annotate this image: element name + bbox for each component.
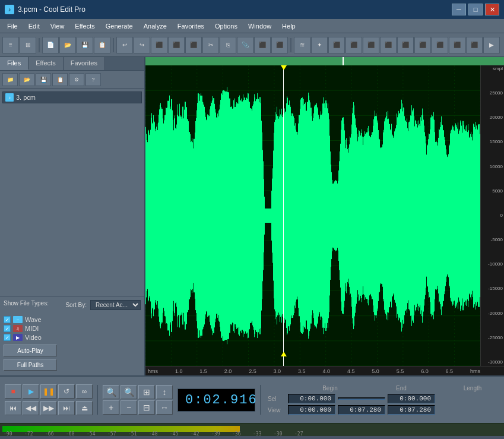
zoom-in-btn[interactable]: 🔍 — [103, 385, 119, 399]
zoom-sel-btn[interactable]: ⊟ — [138, 400, 155, 415]
toolbar-btn11[interactable]: ≋ — [294, 37, 310, 53]
menu-item-view[interactable]: View — [46, 21, 69, 31]
to-end-button[interactable]: ⏭ — [58, 401, 75, 415]
zoom-in2-btn[interactable]: + — [103, 400, 119, 415]
to-start-button[interactable]: ⏮ — [5, 401, 21, 415]
loop-button[interactable]: ∞ — [76, 384, 93, 399]
toolbar-btn17[interactable]: ⬛ — [397, 37, 414, 53]
panel-btn-folder[interactable]: 📁 — [2, 73, 18, 86]
toolbar-btn19[interactable]: ⬛ — [432, 37, 448, 53]
toolbar-btn12[interactable]: ✦ — [311, 37, 328, 53]
waveform-canvas[interactable] — [145, 65, 480, 366]
full-paths-button[interactable]: Full Paths — [4, 359, 57, 371]
time-ruler: hms 1.0 1.5 2.0 2.5 3.0 3.5 4.0 4.5 5.0 … — [145, 366, 504, 375]
sel-row: Sel 0:00.000 0:00.000 — [268, 394, 499, 403]
menu-item-analyze[interactable]: Analyze — [139, 21, 172, 31]
tab-files[interactable]: Files — [0, 57, 28, 70]
play-loop-button[interactable]: ↺ — [58, 384, 75, 399]
ruler-label-60: 6.0 — [421, 368, 429, 374]
eject-button[interactable]: ⏏ — [76, 401, 93, 415]
menu-item-effects[interactable]: Effects — [70, 21, 99, 31]
ruler-label-50: 5.0 — [372, 368, 379, 374]
panel-btn-4[interactable]: 📋 — [52, 73, 68, 86]
maximize-button[interactable]: □ — [468, 4, 483, 15]
zoom-v2-btn[interactable]: ↔ — [156, 400, 173, 415]
zoom-row-1: 🔍 🔍 ⊞ ↕ — [103, 385, 173, 399]
video-icon: ▶ — [13, 334, 23, 341]
toolbar-btn21[interactable]: ⬛ — [466, 37, 483, 53]
toolbar-btn18[interactable]: ⬛ — [414, 37, 431, 53]
tab-favorites[interactable]: Favorites — [64, 57, 105, 70]
minimize-button[interactable]: ─ — [452, 4, 466, 15]
tab-effects[interactable]: Effects — [28, 57, 63, 70]
toolbar-btn5[interactable]: ⬛ — [151, 37, 167, 53]
end-col-header: End — [375, 385, 428, 391]
time-display: 0:02.916 — [177, 389, 255, 412]
panel-btn-settings[interactable]: ⚙ — [69, 73, 84, 86]
panel-btn-help[interactable]: ? — [85, 73, 101, 86]
zoom-out-btn[interactable]: 🔍 — [121, 385, 137, 399]
toolbar-redo[interactable]: ↪ — [134, 37, 150, 53]
toolbar-btn7[interactable]: ⬛ — [185, 37, 202, 53]
toolbar-btn16[interactable]: ⬛ — [380, 37, 397, 53]
zoom-v-btn[interactable]: ↕ — [156, 385, 173, 399]
view-label: View — [268, 407, 286, 413]
zoom-controls: 🔍 🔍 ⊞ ↕ + − ⊟ ↔ — [97, 385, 173, 415]
waveform-area: smpl 25000 20000 15000 10000 5000 0 -500… — [145, 57, 504, 375]
toolbar-btn8[interactable]: ✂ — [202, 37, 219, 53]
toolbar-undo[interactable]: ↩ — [116, 37, 133, 53]
toolbar-open[interactable]: 📂 — [59, 37, 76, 53]
file-type-video: ✓ ▶ Video — [4, 334, 141, 341]
timeline-scroll[interactable] — [145, 57, 504, 65]
menu-item-edit[interactable]: Edit — [24, 21, 45, 31]
toolbar-copy[interactable]: ⎘ — [220, 37, 236, 53]
menu-item-file[interactable]: File — [2, 21, 23, 31]
toolbar-btn13[interactable]: ⬛ — [328, 37, 345, 53]
menu-item-generate[interactable]: Generate — [101, 21, 138, 31]
scale-25000: 25000 — [482, 91, 503, 96]
video-label: Video — [25, 334, 42, 341]
toolbar-save2[interactable]: 📋 — [94, 37, 110, 53]
video-checkbox[interactable]: ✓ — [4, 334, 11, 341]
rewind-button[interactable]: ◀◀ — [23, 401, 39, 415]
sel-label: Sel — [268, 396, 286, 402]
menu-item-options[interactable]: Options — [210, 21, 242, 31]
midi-checkbox[interactable]: ✓ — [4, 325, 11, 332]
forward-button[interactable]: ▶▶ — [40, 401, 57, 415]
play-button[interactable]: ▶ — [23, 384, 39, 399]
toolbar-btn-1[interactable]: ≡ — [2, 37, 19, 53]
sel-end-value — [338, 397, 385, 400]
toolbar-btn9[interactable]: ⬛ — [254, 37, 271, 53]
toolbar-new[interactable]: 📄 — [42, 37, 59, 53]
toolbar-save[interactable]: 💾 — [77, 37, 93, 53]
toolbar-btn20[interactable]: ⬛ — [449, 37, 465, 53]
zoom-fit-btn[interactable]: ⊞ — [138, 385, 155, 399]
scale-n10000: -10000 — [482, 262, 503, 267]
transport-row-1: ■ ▶ ❚❚ ↺ ∞ — [5, 384, 93, 399]
close-button[interactable]: ✕ — [485, 4, 499, 15]
toolbar-btn14[interactable]: ⬛ — [345, 37, 362, 53]
menu-item-help[interactable]: Help — [277, 21, 300, 31]
list-item[interactable]: ♪ 3. pcm — [2, 91, 142, 103]
ruler-label-30: 3.0 — [274, 368, 281, 374]
file-type-midi: ✓ ♫ MIDI — [4, 325, 141, 332]
toolbar-btn10[interactable]: ⬛ — [271, 37, 288, 53]
sort-select[interactable]: Recent Ac... — [90, 300, 141, 310]
view-length-value: 0:07.280 — [388, 405, 435, 415]
panel-btn-3[interactable]: 💾 — [36, 73, 51, 86]
wave-checkbox[interactable]: ✓ — [4, 316, 11, 323]
scale-n25000: -25000 — [482, 336, 503, 340]
pause-button[interactable]: ❚❚ — [40, 384, 57, 399]
panel-btn-2[interactable]: 📂 — [19, 73, 34, 86]
toolbar-btn-2[interactable]: ⊞ — [20, 37, 36, 53]
zoom-out2-btn[interactable]: − — [121, 400, 137, 415]
menu-item-window[interactable]: Window — [243, 21, 276, 31]
toolbar-btn15[interactable]: ⬛ — [363, 37, 379, 53]
transport-controls: ■ ▶ ❚❚ ↺ ∞ ⏮ ◀◀ ▶▶ ⏭ ⏏ — [5, 384, 93, 415]
toolbar-btn22[interactable]: ▶ — [483, 37, 500, 53]
auto-play-button[interactable]: Auto-Play — [4, 345, 57, 356]
toolbar-paste[interactable]: 📎 — [237, 37, 253, 53]
menu-item-favorites[interactable]: Favorites — [173, 21, 209, 31]
stop-button[interactable]: ■ — [5, 384, 21, 399]
toolbar-btn6[interactable]: ⬛ — [168, 37, 185, 53]
